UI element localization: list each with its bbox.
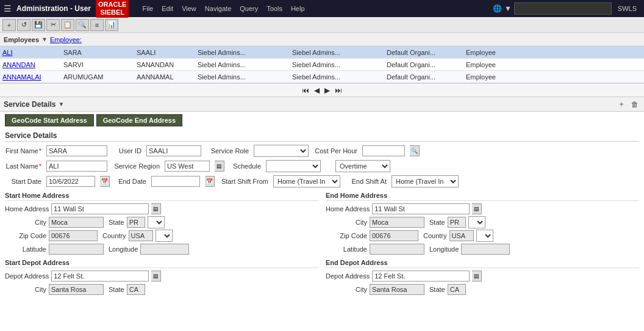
start-date-input[interactable]	[46, 176, 95, 187]
table-row[interactable]: ANANDAN SARVI SANANDAN Siebel Admins... …	[0, 59, 644, 71]
service-region-pick-btn[interactable]: ▤	[215, 161, 224, 172]
menu-navigate[interactable]: Navigate	[201, 4, 235, 13]
menu-help[interactable]: Help	[287, 4, 309, 13]
page-prev-btn[interactable]: ◀	[313, 86, 321, 95]
start-zip-input[interactable]	[49, 230, 98, 241]
end-shift-select[interactable]: Home (Travel In	[392, 175, 459, 187]
end-depot-city-label: City	[326, 286, 367, 293]
employee-first-name[interactable]: ALI	[2, 49, 63, 56]
table-row[interactable]: ALI SARA SAALI Siebel Admins... Siebel A…	[0, 46, 644, 59]
start-city-input[interactable]	[49, 217, 104, 228]
start-date-pick-btn[interactable]: 📅	[100, 176, 110, 187]
dropdown-arrow-icon[interactable]: ▼	[504, 4, 512, 13]
start-shift-select[interactable]: Home (Travel In	[273, 175, 340, 187]
end-home-address-input[interactable]	[372, 203, 470, 214]
start-lon-input[interactable]	[140, 244, 189, 255]
start-lon-label: Longitude	[109, 246, 138, 253]
menu-query[interactable]: Query	[236, 4, 262, 13]
section-expand-arrow[interactable]: ▼	[58, 101, 64, 107]
toolbar-chart-btn[interactable]: 📊	[105, 19, 118, 31]
start-home-address-pick-btn[interactable]: ▤	[151, 203, 161, 214]
end-depot-address-input[interactable]	[372, 271, 470, 282]
end-state-select[interactable]: ▼	[468, 216, 485, 228]
first-name-input[interactable]	[46, 145, 107, 156]
end-country-label: Country	[423, 232, 447, 239]
section-add-btn[interactable]: +	[616, 99, 627, 110]
end-depot-address-pick-btn[interactable]: ▤	[472, 271, 482, 282]
page-last-btn[interactable]: ⏭	[334, 86, 343, 95]
employee-col5: Siebel Admins...	[292, 49, 387, 56]
end-lat-input[interactable]	[370, 244, 424, 255]
user-id-input[interactable]	[146, 145, 201, 156]
end-zip-input[interactable]	[370, 230, 418, 241]
employee-col7: Employee	[466, 73, 515, 81]
last-name-input[interactable]	[46, 161, 107, 172]
service-region-input[interactable]	[165, 161, 210, 172]
filter-value[interactable]: Employee:	[50, 36, 82, 43]
cost-per-hour-pick-btn[interactable]: 🔍	[410, 145, 420, 156]
section-delete-btn[interactable]: 🗑	[629, 99, 640, 110]
start-country-input[interactable]	[129, 230, 153, 241]
toolbar-list-btn[interactable]: ≡	[90, 19, 104, 31]
menu-view[interactable]: View	[178, 4, 200, 13]
end-depot-state-input[interactable]	[448, 284, 466, 295]
page-next-btn[interactable]: ▶	[323, 86, 331, 95]
end-home-address-pick-btn[interactable]: ▤	[472, 203, 482, 214]
overtime-select[interactable]: Overtime	[335, 160, 390, 172]
start-depot-address-input[interactable]	[51, 271, 149, 282]
start-country-select[interactable]: ▼	[156, 230, 173, 242]
cost-per-hour-input[interactable]	[362, 145, 405, 156]
start-depot-state-label: State	[109, 286, 124, 293]
toolbar-save-btn[interactable]: 💾	[32, 19, 45, 31]
table-row[interactable]: ANNAMALAI ARUMUGAM AANNAMAL Siebel Admin…	[0, 71, 644, 83]
start-zip-row: Zip Code Country ▼	[5, 230, 318, 242]
start-depot-state-input[interactable]	[127, 284, 145, 295]
start-depot-address-title: Start Depot Address	[5, 259, 318, 268]
start-state-select[interactable]: ▼	[148, 216, 165, 228]
menu-edit[interactable]: Edit	[158, 4, 177, 13]
toolbar-refresh-btn[interactable]: ↺	[17, 19, 30, 31]
start-city-row: City State ▼	[5, 216, 318, 228]
start-depot-address-pick-btn[interactable]: ▤	[151, 271, 161, 282]
nav-search-area: 🌐 ▼ SWLS	[493, 2, 640, 15]
end-lon-label: Longitude	[429, 246, 459, 253]
page-first-btn[interactable]: ⏮	[301, 86, 310, 95]
start-state-input[interactable]	[127, 217, 145, 228]
nav-search-input[interactable]	[514, 2, 612, 15]
end-lon-input[interactable]	[461, 244, 510, 255]
employee-first-name[interactable]: ANANDAN	[2, 61, 63, 68]
end-country-select[interactable]: ▼	[476, 230, 493, 242]
geocode-start-btn[interactable]: GeoCode Start Address	[5, 114, 94, 126]
employee-first-name[interactable]: ANNAMALAI	[2, 73, 63, 81]
toolbar-copy-btn[interactable]: 📋	[61, 19, 74, 31]
end-state-input[interactable]	[448, 217, 466, 228]
start-country-label: Country	[102, 232, 126, 239]
end-home-address-section: End Home Address Home Address ▤ City Sta…	[326, 192, 639, 256]
end-date-input[interactable]	[151, 176, 200, 187]
end-depot-city-row: City State	[326, 283, 639, 296]
toolbar-delete-btn[interactable]: ✂	[46, 19, 60, 31]
employee-col5: Siebel Admins...	[292, 61, 387, 68]
hamburger-icon[interactable]: ☰	[4, 4, 12, 13]
schedule-select[interactable]	[266, 160, 321, 172]
service-role-select[interactable]	[254, 145, 309, 157]
service-region-label: Service Region	[112, 162, 160, 170]
start-depot-city-input[interactable]	[49, 284, 104, 295]
end-date-pick-btn[interactable]: 📅	[205, 176, 215, 187]
filter-arrow[interactable]: ▼	[41, 36, 48, 43]
end-depot-city-input[interactable]	[370, 284, 424, 295]
menu-file[interactable]: File	[138, 4, 157, 13]
employee-col6: Default Organi...	[387, 61, 466, 68]
start-lat-input[interactable]	[49, 244, 104, 255]
employee-col4: Siebel Admins...	[198, 61, 292, 68]
end-city-input[interactable]	[370, 217, 424, 228]
menu-tools[interactable]: Tools	[263, 4, 286, 13]
toolbar-query-btn[interactable]: 🔍	[76, 19, 89, 31]
toolbar-new-btn[interactable]: +	[2, 19, 16, 31]
globe-icon[interactable]: 🌐	[493, 4, 502, 13]
end-state-label: State	[429, 219, 445, 226]
end-country-input[interactable]	[449, 230, 474, 241]
geocode-end-btn[interactable]: GeoCode End Address	[96, 114, 182, 126]
start-home-address-input[interactable]	[51, 203, 149, 214]
employee-col4: Siebel Admins...	[198, 49, 292, 56]
